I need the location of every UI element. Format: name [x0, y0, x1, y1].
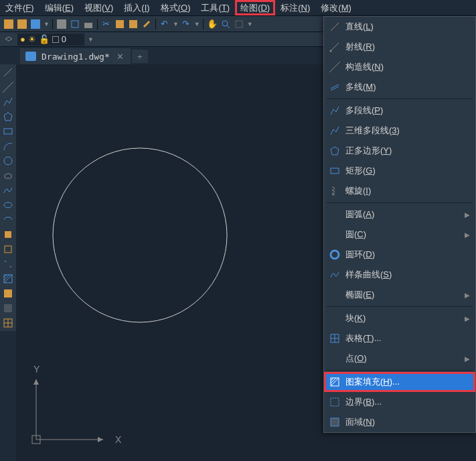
layer-manager-button[interactable] [3, 34, 15, 46]
ellipse-icon [3, 200, 13, 210]
menubar: 文件(F) 编辑(E) 视图(V) 插入(I) 格式(O) 工具(T) 绘图(D… [0, 0, 476, 16]
gradient-tool[interactable] [1, 287, 15, 300]
svg-line-34 [331, 86, 339, 90]
new-button[interactable] [3, 18, 15, 30]
paste-button[interactable] [127, 18, 139, 30]
menu-point[interactable]: 点(O)▶ [324, 348, 475, 369]
menu-edit[interactable]: 编辑(E) [39, 0, 79, 15]
publish-button[interactable] [82, 18, 94, 30]
boundary-icon [329, 397, 340, 407]
drawn-circle [53, 148, 227, 322]
menu-format[interactable]: 格式(O) [155, 0, 196, 15]
undo-button[interactable]: ↶ [159, 18, 171, 30]
layer-list-dropdown-icon[interactable]: ▼ [88, 36, 94, 43]
document-tab[interactable]: Drawing1.dwg* ✕ [20, 48, 131, 64]
hatch-tool[interactable] [1, 272, 15, 285]
layer-dropdown[interactable]: ● ☀ 🔓 0 [17, 34, 84, 46]
circle-tool[interactable] [1, 154, 15, 168]
pline-tool[interactable] [1, 95, 15, 109]
copy-button[interactable] [114, 18, 126, 30]
svg-point-37 [331, 251, 339, 259]
print-button[interactable] [56, 18, 68, 30]
rect-tool[interactable] [1, 125, 15, 138]
svg-line-17 [4, 275, 9, 280]
zoom-realtime-button[interactable] [220, 18, 232, 30]
region-tool[interactable] [1, 302, 15, 315]
pline-icon [329, 105, 340, 116]
layers-icon [4, 35, 13, 44]
make-block-tool[interactable] [1, 243, 15, 256]
menu-draw[interactable]: 绘图(D) [235, 0, 275, 15]
menu-arc[interactable]: 圆弧(A)▶ [324, 204, 475, 224]
table-tool[interactable] [1, 316, 15, 330]
point-tool[interactable] [1, 257, 15, 271]
circle-icon [3, 155, 13, 166]
spline-tool[interactable] [1, 184, 15, 197]
save-button[interactable] [29, 18, 42, 30]
svg-rect-20 [4, 304, 12, 312]
tab-filename: Drawing1.dwg* [42, 52, 110, 62]
menu-insert[interactable]: 插入(I) [118, 0, 155, 15]
menu-spline[interactable]: 样条曲线(S) [324, 265, 475, 285]
cut-button[interactable]: ✂ [100, 18, 112, 30]
svg-marker-7 [4, 113, 12, 121]
menu-pline[interactable]: 多段线(P) [324, 101, 475, 121]
ellipse-arc-tool[interactable] [1, 213, 15, 226]
menu-dimension[interactable]: 标注(N) [275, 0, 315, 15]
open-button[interactable] [16, 18, 28, 30]
arc-icon [3, 141, 13, 151]
menu-modify[interactable]: 修改(M) [315, 0, 357, 15]
arc-tool[interactable] [1, 139, 15, 153]
pan-button[interactable]: ✋ [206, 18, 218, 30]
menu-block[interactable]: 块(K)▶ [324, 308, 475, 328]
svg-line-3 [227, 25, 230, 28]
menu-boundary[interactable]: 边界(B)... [324, 392, 475, 412]
menu-xline[interactable]: 构造线(N) [324, 57, 475, 77]
menu-3dpline[interactable]: 三维多段线(3) [324, 121, 475, 141]
xline-icon [3, 82, 13, 92]
menu-view[interactable]: 视图(V) [79, 0, 118, 15]
menu-ray[interactable]: 射线(R) [324, 37, 475, 57]
ellipse-tool[interactable] [1, 198, 15, 212]
undo-dropdown-icon[interactable]: ▼ [173, 21, 179, 27]
redo-dropdown-icon[interactable]: ▼ [194, 21, 200, 27]
menu-tools[interactable]: 工具(T) [195, 0, 235, 15]
menu-rect[interactable]: 矩形(G) [324, 161, 475, 181]
menu-donut[interactable]: 圆环(D) [324, 245, 475, 265]
line-tool[interactable] [1, 66, 15, 79]
line-icon [3, 67, 13, 78]
menu-file[interactable]: 文件(F) [0, 0, 39, 15]
menu-hatch[interactable]: 图案填充(H)... [324, 372, 475, 392]
menu-region[interactable]: 面域(N) [324, 412, 475, 432]
menu-mline[interactable]: 多线(M) [324, 77, 475, 97]
insert-block-tool[interactable] [1, 228, 15, 241]
svg-rect-12 [5, 246, 11, 253]
polygon-tool[interactable] [1, 110, 15, 123]
match-prop-button[interactable] [141, 18, 153, 30]
axis-x-label: X [115, 434, 122, 445]
cut-icon: ✂ [102, 19, 110, 29]
svg-point-9 [4, 157, 12, 165]
menu-table[interactable]: 表格(T)... [324, 328, 475, 348]
svg-rect-1 [84, 23, 92, 28]
save-dropdown-icon[interactable]: ▼ [44, 21, 50, 27]
tab-close-button[interactable]: ✕ [115, 52, 125, 62]
menu-line[interactable]: 直线(L) [324, 17, 475, 37]
print-preview-button[interactable] [69, 18, 81, 30]
redo-button[interactable]: ↷ [180, 18, 192, 30]
xline-tool[interactable] [1, 80, 15, 94]
table-icon [329, 333, 340, 344]
svg-rect-8 [4, 129, 12, 134]
donut-icon [329, 249, 340, 260]
menu-ellipse[interactable]: 椭圆(E)▶ [324, 285, 475, 305]
zoom-window-button[interactable] [233, 18, 245, 30]
menu-circle[interactable]: 圆(C)▶ [324, 224, 475, 245]
menu-helix[interactable]: 螺旋(I) [324, 181, 475, 201]
zoom-dropdown-icon[interactable]: ▼ [247, 21, 253, 27]
new-tab-button[interactable]: + [132, 50, 148, 63]
spline-icon [3, 185, 13, 196]
svg-rect-4 [236, 21, 242, 27]
svg-line-43 [331, 378, 336, 383]
revcloud-tool[interactable] [1, 169, 15, 182]
menu-polygon[interactable]: 正多边形(Y) [324, 141, 475, 161]
